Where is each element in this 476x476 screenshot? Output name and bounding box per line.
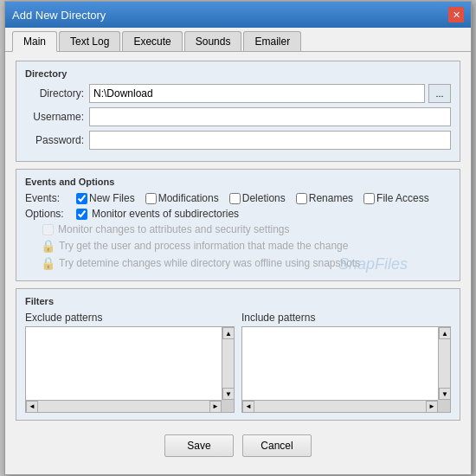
- new-files-checkbox[interactable]: [76, 193, 87, 204]
- renames-checkbox[interactable]: [296, 193, 307, 204]
- events-section: Events and Options Events: New Files Mod…: [16, 169, 460, 281]
- options-label: Options:: [25, 208, 73, 220]
- directory-row: Directory: ...: [25, 84, 451, 103]
- save-button[interactable]: Save: [164, 434, 234, 457]
- tab-textlog[interactable]: Text Log: [59, 31, 120, 51]
- browse-button[interactable]: ...: [428, 84, 451, 103]
- username-row: Username:: [25, 107, 451, 126]
- deletions-group: Deletions: [229, 192, 286, 204]
- renames-label: Renames: [309, 192, 353, 204]
- monitor-attrs-checkbox: [42, 224, 54, 235]
- options-row: Options: Monitor events of subdirectorie…: [25, 208, 451, 270]
- lock-icon-1: 🔒: [41, 239, 55, 253]
- include-scrollbar-h[interactable]: ◄ ►: [242, 400, 438, 412]
- include-col: Include patterns ▲ ▼ ◄ ►: [241, 312, 451, 413]
- new-files-group: New Files: [76, 192, 135, 204]
- include-scroll-down-arrow[interactable]: ▼: [439, 388, 451, 400]
- exclude-label: Exclude patterns: [25, 312, 235, 324]
- exclude-scroll-right-arrow[interactable]: ►: [209, 401, 222, 413]
- exclude-scrollbar-v[interactable]: ▲ ▼: [222, 327, 234, 400]
- exclude-scroll-down-arrow[interactable]: ▼: [222, 388, 235, 400]
- directory-section: Directory Directory: ... Username: Passw…: [16, 61, 460, 162]
- cancel-button[interactable]: Cancel: [242, 434, 312, 457]
- main-window: Add New Directory ✕ Main Text Log Execut…: [4, 1, 472, 475]
- include-textarea-wrapper: ▲ ▼ ◄ ►: [241, 326, 451, 413]
- directory-input[interactable]: [89, 84, 425, 103]
- snapshot-row: 🔒 Try detemine changes while directory w…: [25, 256, 360, 270]
- new-files-label: New Files: [89, 192, 135, 204]
- include-scroll-left-arrow[interactable]: ◄: [242, 401, 254, 413]
- include-label: Include patterns: [241, 312, 451, 324]
- file-access-label: File Access: [376, 192, 429, 204]
- user-process-label: Try get the user and process information…: [59, 240, 348, 252]
- monitor-attrs-label: Monitor changes to attributes and securi…: [58, 223, 289, 235]
- directory-section-label: Directory: [25, 68, 451, 79]
- events-label: Events:: [25, 192, 73, 204]
- modifications-label: Modifications: [158, 192, 219, 204]
- exclude-scrollbar-h[interactable]: ◄ ►: [26, 400, 222, 412]
- include-textarea[interactable]: [242, 327, 438, 400]
- title-bar: Add New Directory ✕: [5, 2, 471, 28]
- user-process-row: 🔒 Try get the user and process informati…: [25, 239, 348, 253]
- tab-emailer[interactable]: Emailer: [243, 31, 301, 51]
- filters-row: Exclude patterns ▲ ▼ ◄ ►: [25, 312, 451, 413]
- snapshot-label: Try detemine changes while directory was…: [59, 257, 360, 269]
- exclude-col: Exclude patterns ▲ ▼ ◄ ►: [25, 312, 235, 413]
- exclude-textarea-wrapper: ▲ ▼ ◄ ►: [25, 326, 235, 413]
- monitor-subdirs-row: Monitor events of subdirectories: [76, 208, 239, 220]
- renames-group: Renames: [296, 192, 353, 204]
- deletions-checkbox[interactable]: [229, 193, 241, 204]
- footer: Save Cancel: [16, 428, 460, 466]
- main-content: Directory Directory: ... Username: Passw…: [5, 52, 471, 474]
- password-label: Password:: [25, 134, 84, 146]
- close-button[interactable]: ✕: [448, 7, 464, 23]
- filters-label: Filters: [25, 296, 451, 306]
- monitor-subdirs-checkbox[interactable]: [76, 209, 87, 220]
- exclude-scrollbar-corner: [222, 400, 234, 412]
- exclude-scroll-left-arrow[interactable]: ◄: [26, 401, 38, 413]
- lock-icon-2: 🔒: [41, 256, 55, 270]
- include-scroll-up-arrow[interactable]: ▲: [439, 327, 451, 339]
- tab-sounds[interactable]: Sounds: [184, 31, 242, 51]
- monitor-subdirs-label: Monitor events of subdirectories: [92, 208, 239, 220]
- username-label: Username:: [25, 111, 84, 123]
- include-scrollbar-v[interactable]: ▲ ▼: [438, 327, 450, 400]
- tab-bar: Main Text Log Execute Sounds Emailer: [5, 28, 471, 52]
- exclude-textarea[interactable]: [26, 327, 222, 400]
- file-access-checkbox[interactable]: [363, 193, 375, 204]
- tab-main[interactable]: Main: [12, 31, 57, 52]
- exclude-scroll-up-arrow[interactable]: ▲: [222, 327, 235, 339]
- monitor-attrs-row: Monitor changes to attributes and securi…: [25, 223, 289, 235]
- events-row: Events: New Files Modifications Deletion…: [25, 192, 451, 204]
- password-row: Password:: [25, 131, 451, 150]
- modifications-checkbox[interactable]: [145, 193, 157, 204]
- tab-execute[interactable]: Execute: [122, 31, 182, 51]
- include-scroll-right-arrow[interactable]: ►: [426, 401, 438, 413]
- username-input[interactable]: [89, 107, 451, 126]
- deletions-label: Deletions: [242, 192, 286, 204]
- events-section-label: Events and Options: [25, 177, 451, 187]
- include-scrollbar-corner: [438, 400, 450, 412]
- password-input[interactable]: [89, 131, 451, 150]
- file-access-group: File Access: [363, 192, 429, 204]
- filters-section: Filters Exclude patterns ▲ ▼: [16, 288, 460, 421]
- directory-label: Directory:: [25, 87, 84, 100]
- modifications-group: Modifications: [145, 192, 219, 204]
- window-title: Add New Directory: [12, 9, 106, 22]
